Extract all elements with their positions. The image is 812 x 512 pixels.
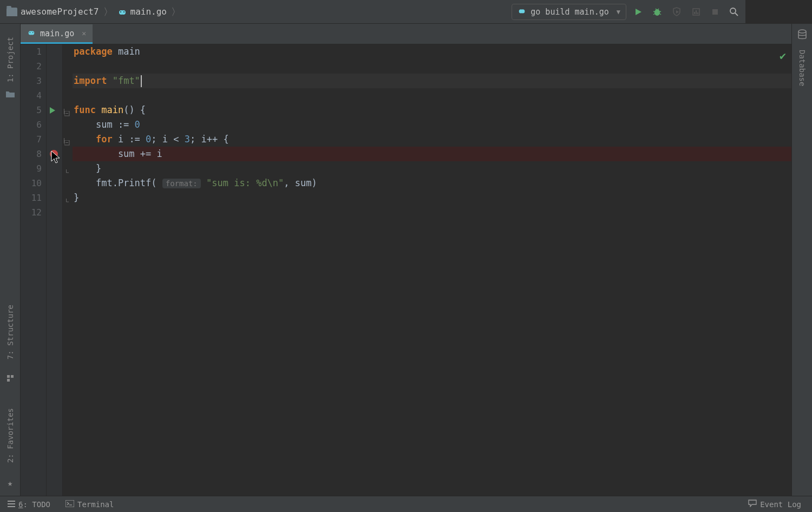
svg-line-10 bbox=[653, 14, 655, 15]
svg-line-11 bbox=[659, 14, 661, 15]
debug-button[interactable] bbox=[652, 7, 662, 17]
svg-point-1 bbox=[121, 10, 126, 15]
breadcrumb-project[interactable]: awesomeProject7 bbox=[21, 6, 99, 17]
parameter-hint: format: bbox=[162, 179, 201, 188]
fold-end-icon[interactable] bbox=[64, 167, 69, 177]
close-tab-icon[interactable]: ✕ bbox=[82, 29, 86, 37]
line-number[interactable]: 2 bbox=[21, 59, 42, 74]
svg-rect-17 bbox=[696, 10, 697, 14]
svg-point-29 bbox=[32, 32, 34, 33]
svg-point-7 bbox=[654, 9, 660, 16]
go-file-icon bbox=[27, 28, 36, 39]
breadcrumb[interactable]: awesomeProject7 〉 main.go 〉 bbox=[6, 5, 512, 18]
svg-line-21 bbox=[735, 13, 738, 16]
svg-point-28 bbox=[30, 32, 31, 33]
svg-rect-22 bbox=[7, 375, 10, 378]
run-gutter-icon[interactable] bbox=[50, 107, 55, 114]
svg-rect-19 bbox=[712, 9, 718, 15]
svg-line-12 bbox=[656, 9, 657, 10]
chevron-right-icon: 〉 bbox=[102, 5, 114, 18]
text-caret bbox=[141, 75, 142, 87]
favorites-tool-button[interactable]: 2: Favorites bbox=[6, 401, 15, 470]
svg-marker-14 bbox=[676, 10, 679, 14]
line-number[interactable]: 6 bbox=[21, 117, 42, 132]
code-editor[interactable]: 1 2 3 4 5 6 7 8 9 10 11 12 ✔ package mai… bbox=[21, 44, 745, 470]
editor-tabs: main.go ✕ bbox=[21, 24, 745, 44]
line-number[interactable]: 9 bbox=[21, 161, 42, 176]
project-tool-button[interactable]: 1: Project bbox=[6, 29, 15, 90]
svg-line-13 bbox=[658, 9, 659, 10]
fold-column[interactable] bbox=[63, 44, 73, 470]
svg-rect-18 bbox=[697, 12, 698, 14]
line-number-gutter[interactable]: 1 2 3 4 5 6 7 8 9 10 11 12 bbox=[21, 44, 47, 470]
svg-rect-16 bbox=[694, 12, 695, 14]
line-number[interactable]: 3 bbox=[21, 74, 42, 88]
line-number[interactable]: 12 bbox=[21, 205, 42, 220]
structure-tool-button[interactable]: 7: Structure bbox=[6, 297, 15, 367]
line-number[interactable]: 11 bbox=[21, 191, 42, 205]
left-tool-strip: 1: Project 7: Structure 2: Favorites ★ bbox=[0, 24, 21, 470]
gutter-icon-column[interactable] bbox=[47, 44, 63, 470]
line-number[interactable]: 7 bbox=[21, 132, 42, 147]
go-file-icon bbox=[518, 6, 526, 17]
svg-line-9 bbox=[659, 11, 661, 12]
stop-button[interactable] bbox=[711, 8, 719, 16]
line-number[interactable]: 10 bbox=[21, 176, 42, 191]
svg-point-27 bbox=[30, 31, 34, 35]
run-config-label: go build main.go bbox=[531, 7, 609, 17]
toolbar-actions bbox=[634, 7, 739, 17]
profile-button[interactable] bbox=[691, 7, 701, 17]
search-button[interactable] bbox=[729, 7, 739, 17]
chevron-right-icon: 〉 bbox=[170, 5, 182, 18]
run-button[interactable] bbox=[634, 8, 643, 16]
svg-marker-6 bbox=[636, 9, 641, 15]
svg-point-3 bbox=[123, 11, 125, 12]
folder-icon[interactable] bbox=[5, 90, 15, 100]
svg-point-20 bbox=[730, 8, 736, 14]
svg-point-5 bbox=[521, 9, 525, 13]
line-number[interactable]: 1 bbox=[21, 44, 42, 59]
line-number[interactable]: 4 bbox=[21, 88, 42, 103]
tab-title: main.go bbox=[40, 29, 74, 38]
svg-point-2 bbox=[120, 11, 121, 12]
run-config-dropdown[interactable]: go build main.go ▼ bbox=[512, 4, 626, 20]
fold-end-icon[interactable] bbox=[64, 196, 69, 206]
breakpoint-icon[interactable] bbox=[50, 150, 58, 158]
svg-rect-24 bbox=[7, 379, 10, 382]
fold-start-icon[interactable] bbox=[64, 109, 69, 114]
breadcrumb-file[interactable]: main.go bbox=[130, 6, 167, 17]
code-area[interactable]: ✔ package main import "fmt" func main() … bbox=[73, 44, 745, 470]
structure-icon bbox=[6, 375, 14, 384]
svg-line-8 bbox=[653, 11, 655, 12]
folder-icon bbox=[6, 8, 17, 16]
fold-start-icon[interactable] bbox=[64, 138, 69, 143]
coverage-button[interactable] bbox=[672, 7, 682, 17]
go-file-icon bbox=[117, 7, 127, 17]
editor-tab-active[interactable]: main.go ✕ bbox=[21, 24, 93, 44]
top-toolbar: awesomeProject7 〉 main.go 〉 go build mai… bbox=[0, 0, 745, 24]
svg-rect-23 bbox=[11, 375, 14, 378]
line-number[interactable]: 8 bbox=[21, 147, 42, 161]
chevron-down-icon: ▼ bbox=[617, 8, 620, 16]
line-number[interactable]: 5 bbox=[21, 103, 42, 117]
